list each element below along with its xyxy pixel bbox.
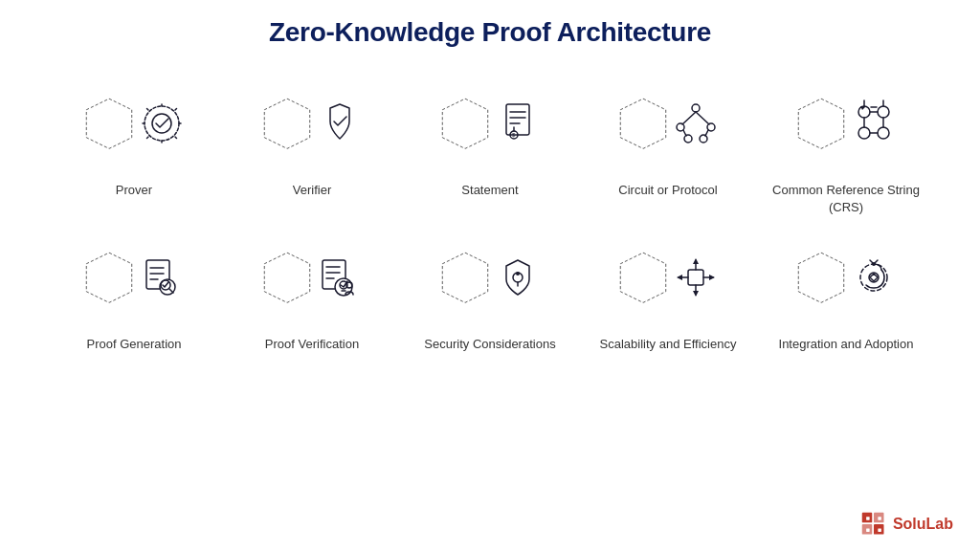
item-prover: Prover <box>53 71 215 215</box>
logo-text: SoluLab <box>893 516 953 533</box>
item-integration: Integration and Adoption <box>765 225 927 353</box>
circuit-label: Circuit or Protocol <box>618 182 717 199</box>
svg-line-28 <box>696 112 709 124</box>
crs-icon <box>849 98 899 150</box>
svg-marker-31 <box>798 99 843 148</box>
hex-proof-gen <box>81 225 187 330</box>
item-statement: $ Statement <box>409 71 571 215</box>
proof-ver-icon <box>315 252 365 304</box>
svg-line-27 <box>682 112 696 124</box>
hex-circuit <box>615 71 721 176</box>
hex-prover <box>81 71 187 176</box>
svg-line-10 <box>175 109 177 111</box>
item-proof-gen: Proof Generation <box>53 225 215 353</box>
svg-marker-67 <box>693 258 699 264</box>
svg-rect-14 <box>506 104 529 135</box>
integration-icon <box>849 252 899 304</box>
hex-verifier <box>259 71 365 176</box>
svg-point-75 <box>860 264 887 291</box>
prover-icon <box>137 98 187 150</box>
svg-marker-13 <box>442 99 487 148</box>
svg-rect-85 <box>878 528 881 532</box>
svg-marker-73 <box>709 275 715 280</box>
item-circuit: Circuit or Protocol <box>587 71 749 215</box>
item-security: Security Considerations <box>409 225 571 353</box>
icon-grid: Prover Verifier $ Statement Circuit or P… <box>29 71 951 353</box>
svg-point-22 <box>692 104 700 112</box>
svg-rect-83 <box>878 517 881 520</box>
svg-point-35 <box>878 127 889 139</box>
item-crs: Common Reference String (CRS) <box>765 71 927 215</box>
hex-proof-ver <box>259 225 365 330</box>
svg-rect-65 <box>688 270 703 285</box>
crs-label: Common Reference String (CRS) <box>765 182 927 215</box>
proof-ver-label: Proof Verification <box>265 336 359 353</box>
verifier-label: Verifier <box>293 182 331 199</box>
svg-line-11 <box>147 137 149 139</box>
scalability-icon <box>671 252 721 304</box>
svg-marker-74 <box>798 253 843 302</box>
item-proof-ver: Proof Verification <box>231 225 393 353</box>
svg-marker-43 <box>86 253 131 302</box>
integration-label: Integration and Adoption <box>779 336 914 353</box>
hex-integration <box>793 225 899 330</box>
svg-point-63 <box>516 272 520 276</box>
scalability-label: Scalability and Efficiency <box>600 336 737 353</box>
svg-line-8 <box>147 109 149 111</box>
svg-marker-1 <box>86 99 131 148</box>
page-title: Zero-Knowledge Proof Architecture <box>269 17 711 48</box>
proof-gen-label: Proof Generation <box>86 336 181 353</box>
svg-point-34 <box>858 127 870 139</box>
svg-point-33 <box>878 106 889 118</box>
svg-line-30 <box>705 130 708 136</box>
statement-icon: $ <box>493 98 543 150</box>
item-scalability: Scalability and Efficiency <box>587 225 749 353</box>
svg-point-26 <box>700 135 707 143</box>
svg-point-2 <box>145 106 179 141</box>
svg-marker-69 <box>693 291 699 297</box>
svg-marker-51 <box>264 253 309 302</box>
statement-label: Statement <box>461 182 518 199</box>
hex-crs <box>793 71 899 176</box>
svg-marker-64 <box>620 253 665 302</box>
svg-rect-84 <box>866 528 870 532</box>
security-label: Security Considerations <box>424 336 555 353</box>
icon-row-2: Proof Generation Proof Verification Secu… <box>29 225 951 353</box>
svg-marker-21 <box>620 99 665 148</box>
circuit-icon <box>671 98 721 150</box>
svg-rect-82 <box>866 517 870 520</box>
icon-row-1: Prover Verifier $ Statement Circuit or P… <box>29 71 951 215</box>
company-logo: SoluLab <box>860 511 953 538</box>
prover-label: Prover <box>116 182 152 199</box>
svg-line-29 <box>683 130 686 136</box>
security-icon <box>493 252 543 304</box>
verifier-icon <box>315 98 365 150</box>
hex-statement: $ <box>437 71 543 176</box>
item-verifier: Verifier <box>231 71 393 215</box>
svg-marker-71 <box>677 275 682 280</box>
hex-scalability <box>615 225 721 330</box>
proof-gen-icon <box>137 252 187 304</box>
svg-marker-60 <box>442 253 487 302</box>
svg-point-25 <box>684 135 692 143</box>
svg-line-9 <box>175 137 177 139</box>
hex-security <box>437 225 543 330</box>
svg-point-3 <box>152 114 171 133</box>
svg-marker-12 <box>264 99 309 148</box>
